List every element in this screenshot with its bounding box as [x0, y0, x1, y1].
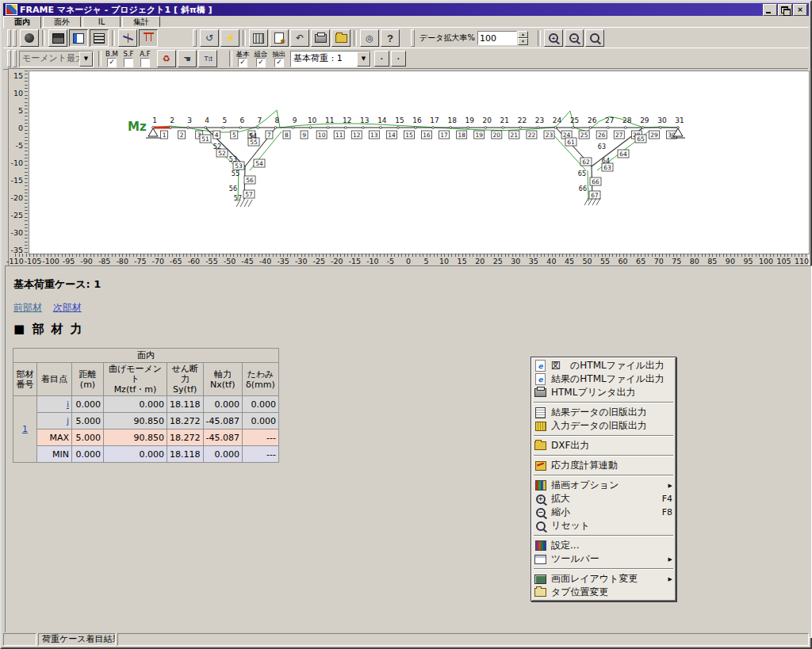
reload-button[interactable]	[200, 29, 219, 47]
prev-case-button[interactable]	[374, 51, 389, 67]
sort-button[interactable]	[198, 50, 217, 67]
menu-item-9[interactable]: 応力度計算連動	[533, 459, 674, 472]
svg-text:25: 25	[580, 132, 588, 139]
toolbar-grip[interactable]	[192, 29, 197, 47]
checkbox-box[interactable]	[124, 58, 133, 67]
search-book-button[interactable]	[360, 29, 379, 47]
checkbox-box[interactable]: ✓	[274, 58, 284, 67]
close-icon[interactable]: ×	[793, 4, 807, 16]
checkbox-基本[interactable]: 基本✓	[235, 51, 251, 67]
tab-面外[interactable]: 面外	[43, 16, 81, 28]
checkbox-box[interactable]: ✓	[107, 58, 117, 67]
checkbox-box[interactable]: ✓	[256, 58, 266, 67]
table-view-button[interactable]	[69, 29, 88, 47]
pick-button[interactable]	[178, 50, 197, 67]
chart-panel: 151050-5-10-15-20-25-30-35 -110-105-100-…	[8, 68, 809, 266]
redraw-button[interactable]	[157, 50, 176, 67]
next-member-link[interactable]: 次部材	[53, 302, 82, 313]
checkbox-A.F[interactable]: A.F	[137, 51, 153, 67]
frame-diagram-button[interactable]	[139, 29, 158, 47]
abacus-button[interactable]	[249, 29, 268, 47]
report-view-icon	[94, 33, 105, 44]
x-tick-label: 35	[529, 257, 538, 265]
tab-集計[interactable]: 集計	[122, 16, 160, 28]
checkbox-組合[interactable]: 組合✓	[253, 51, 269, 67]
chevron-down-icon[interactable]: ▼	[79, 52, 93, 67]
menu-item-2[interactable]: HTMLプリンタ出力	[533, 386, 674, 399]
zoom-rate-input[interactable]	[477, 31, 517, 45]
x-tick-label: 50	[582, 257, 592, 265]
printer-icon	[534, 387, 546, 398]
menu-item-7[interactable]: DXF出力	[533, 439, 674, 452]
help-button[interactable]	[381, 29, 400, 47]
chevron-down-icon[interactable]: ▼	[357, 52, 370, 67]
value-cell: -45.087	[203, 429, 242, 446]
stepper-down-icon[interactable]: ▼	[518, 38, 528, 45]
zoom-in-button[interactable]: +	[544, 29, 563, 47]
calc-run-icon	[224, 32, 236, 44]
menu-item-5[interactable]: 入力データの旧版出力	[533, 419, 674, 433]
value-cell: 5.000	[72, 429, 104, 446]
value-cell: 90.850	[104, 429, 167, 446]
menu-item-20[interactable]: タブ位置変更	[533, 586, 674, 599]
menu-item-4[interactable]: 結果データの旧版出力	[533, 406, 674, 419]
doc-settings-button[interactable]	[270, 29, 289, 47]
svg-text:31: 31	[675, 116, 684, 124]
point-link[interactable]: j	[67, 416, 69, 426]
result-mode-combobox[interactable]: モーメント最大 ▼	[19, 51, 94, 67]
menu-item-0[interactable]: e図 のHTMLファイル出力	[533, 359, 674, 372]
menu-item-17[interactable]: ツールバー▶	[533, 552, 674, 566]
menu-item-11[interactable]: 描画オプション▶	[533, 479, 674, 492]
status-bar: 荷重ケース着目結果	[3, 632, 809, 646]
exit-button[interactable]	[20, 29, 39, 47]
menu-item-19[interactable]: 画面レイアウト変更▶	[533, 572, 674, 586]
minimize-icon[interactable]	[763, 4, 777, 16]
value-cell: 18.272	[167, 429, 204, 446]
zoom-reset-icon	[590, 33, 599, 43]
menu-item-12[interactable]: +拡大F4	[533, 492, 674, 506]
table-row: 1i0.0000.00018.1180.0000.000	[13, 396, 279, 413]
menu-item-1[interactable]: e結果のHTMLファイル出力	[533, 372, 674, 386]
toolbar-grip[interactable]	[6, 50, 17, 67]
svg-text:4: 4	[205, 116, 209, 124]
tab-bar: 面内面外IL集計	[3, 16, 809, 27]
menu-item-13[interactable]: −縮小F8	[533, 506, 674, 519]
zoom-out-button[interactable]: −	[565, 29, 584, 47]
printer-button[interactable]	[311, 29, 330, 47]
checkbox-抽出[interactable]: 抽出✓	[271, 51, 287, 67]
printer-icon	[315, 34, 327, 43]
tab-面内[interactable]: 面内	[3, 16, 41, 29]
point-link[interactable]: i	[67, 399, 69, 410]
x-tick-label: 65	[636, 257, 645, 265]
x-tick-label: -75	[134, 257, 147, 265]
prev-member-link[interactable]: 前部材	[13, 302, 42, 313]
menu-item-16[interactable]: 設定...	[533, 539, 674, 552]
tab-IL[interactable]: IL	[82, 16, 121, 28]
toolbar-grip[interactable]	[410, 29, 416, 47]
folder-button[interactable]	[331, 29, 350, 47]
menu-item-14[interactable]: リセット	[533, 519, 674, 533]
toolbar-grip[interactable]	[6, 29, 17, 47]
menu-item-label: 入力データの旧版出力	[551, 419, 672, 433]
zoom-rate-stepper[interactable]: ▲ ▼	[518, 31, 528, 45]
restore-icon[interactable]	[778, 4, 792, 16]
member-number-link[interactable]: 1	[22, 424, 28, 434]
cut-section-button[interactable]	[118, 29, 137, 47]
calc-run-button[interactable]	[220, 29, 239, 47]
stepper-up-icon[interactable]: ▲	[518, 31, 528, 38]
zoom-reset-button[interactable]	[585, 29, 604, 47]
undo-button[interactable]	[290, 29, 309, 47]
next-case-button[interactable]	[391, 51, 406, 67]
value-cell: 18.118	[167, 396, 204, 413]
checkbox-box[interactable]	[140, 58, 150, 67]
x-tick-label: 25	[493, 257, 503, 265]
print-preview-button[interactable]	[48, 29, 67, 47]
report-view-button[interactable]	[90, 29, 109, 47]
load-case-combobox[interactable]: 基本荷重 : 1 ▼	[290, 51, 371, 67]
checkbox-S.F[interactable]: S.F	[121, 51, 136, 67]
x-tick-label: 45	[565, 257, 574, 265]
menu-item-label: 結果データの旧版出力	[551, 406, 672, 419]
checkbox-box[interactable]: ✓	[238, 58, 247, 67]
menu-separator	[534, 402, 673, 403]
checkbox-B.M[interactable]: B.M✓	[104, 51, 120, 67]
